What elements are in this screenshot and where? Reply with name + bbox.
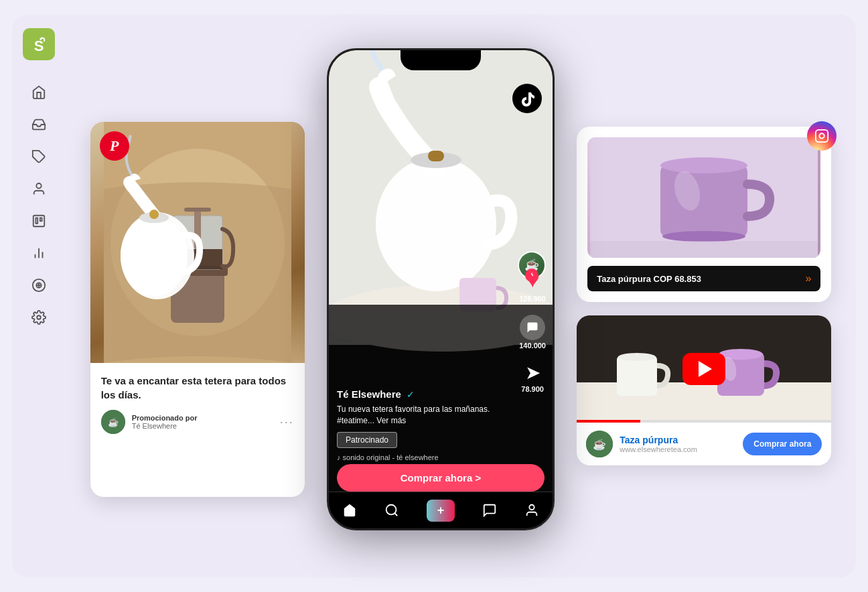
svg-text:☕: ☕ — [108, 417, 119, 428]
sidebar-item-content[interactable] — [25, 208, 52, 234]
youtube-ad-row: ☕ Taza púrpura www.elsewheretea.com Comp… — [577, 423, 831, 465]
tiktok-nav-add[interactable]: + — [427, 500, 455, 522]
svg-rect-5 — [35, 218, 38, 223]
pinterest-card: P Te va a encantar esta tetera para todo… — [90, 122, 305, 497]
pinterest-brand-name: Té Elsewhere — [132, 422, 273, 430]
pinterest-logo: P — [100, 131, 129, 161]
youtube-brand-avatar: ☕ — [586, 431, 613, 457]
youtube-product-title: Taza púrpura — [620, 435, 736, 445]
tiktok-nav-home[interactable] — [342, 503, 357, 518]
svg-rect-34 — [428, 151, 444, 161]
svg-text:S: S — [34, 38, 44, 54]
youtube-website: www.elsewheretea.com — [620, 445, 736, 453]
right-panel: Taza púrpura COP 68.853 » — [577, 127, 831, 465]
svg-rect-40 — [816, 130, 828, 142]
tiktok-bottom-info: Té Elsewhere ✓ Tu nueva tetera favorita … — [337, 388, 506, 461]
youtube-progress-bar-container — [577, 420, 831, 423]
svg-rect-47 — [590, 241, 818, 258]
youtube-ad-info: Taza púrpura www.elsewheretea.com — [620, 435, 736, 453]
youtube-video-area — [577, 315, 831, 423]
sidebar-item-settings[interactable] — [25, 304, 52, 331]
svg-rect-50 — [617, 356, 657, 396]
main-container: S — [12, 15, 856, 577]
svg-rect-4 — [33, 216, 45, 227]
play-triangle — [699, 361, 712, 377]
sidebar-item-marketing[interactable] — [25, 272, 52, 299]
svg-rect-43 — [660, 164, 747, 238]
svg-point-24 — [121, 216, 188, 296]
youtube-play-button[interactable] — [682, 353, 725, 385]
svg-point-45 — [662, 231, 745, 242]
tiktok-comment-count: 140.000 — [519, 342, 546, 350]
tiktok-nav-profile[interactable] — [524, 503, 539, 518]
svg-point-39 — [529, 505, 534, 510]
instagram-product-image — [587, 137, 820, 258]
sidebar-item-analytics[interactable] — [25, 240, 52, 267]
svg-line-38 — [394, 513, 397, 516]
instagram-product-name: Taza púrpura COP 68.853 — [597, 274, 701, 284]
svg-point-53 — [719, 349, 763, 360]
pinterest-brand-info: Promocionado por Té Elsewhere — [132, 414, 273, 430]
tiktok-share-count: 78.900 — [521, 385, 544, 393]
instagram-logo — [807, 121, 837, 151]
pinterest-footer: ☕ Promocionado por Té Elsewhere ··· — [101, 410, 294, 434]
tiktok-sidebar-actions: ♥ 126.900 140.000 ➤ — [519, 265, 546, 393]
sidebar: S — [12, 15, 66, 577]
instagram-card: Taza púrpura COP 68.853 » — [577, 127, 831, 302]
youtube-card: ☕ Taza púrpura www.elsewheretea.com Comp… — [577, 315, 831, 465]
tiktok-screen: ☕ + ♥ 126.900 — [329, 50, 553, 528]
tiktok-verified-badge: ✓ — [407, 389, 415, 400]
svg-point-26 — [149, 210, 159, 219]
svg-point-32 — [376, 157, 496, 291]
content-area: P Te va a encantar esta tetera para todo… — [66, 15, 856, 577]
pinterest-promoted-label: Promocionado por — [132, 414, 273, 422]
tiktok-user-row: Té Elsewhere ✓ — [337, 388, 506, 400]
svg-rect-22 — [184, 208, 211, 212]
svg-point-14 — [37, 315, 41, 319]
svg-point-51 — [618, 353, 656, 361]
svg-text:☕: ☕ — [593, 438, 606, 451]
instagram-product-info: Taza púrpura COP 68.853 » — [587, 266, 820, 291]
tiktok-comment-action[interactable]: 140.000 — [519, 315, 546, 350]
shopify-logo: S — [23, 28, 55, 60]
tiktok-like-action[interactable]: ♥ 126.900 — [519, 265, 546, 303]
tiktok-sound-text: ♪ sonido original - té elsewhere — [337, 453, 506, 461]
tiktok-sponsored-badge: Patrocinado — [337, 432, 397, 448]
sidebar-item-customers[interactable] — [25, 175, 52, 202]
svg-point-44 — [660, 157, 747, 173]
tiktok-phone: ☕ + ♥ 126.900 — [327, 48, 555, 530]
tiktok-logo — [512, 84, 542, 113]
pinterest-content: Te va a encantar esta tetera para todos … — [90, 363, 305, 445]
tiktok-buy-button[interactable]: Comprar ahora > — [337, 464, 545, 492]
tiktok-nav-inbox[interactable] — [482, 503, 497, 518]
sidebar-item-tags[interactable] — [25, 143, 52, 170]
pinterest-more-options[interactable]: ··· — [280, 415, 294, 429]
youtube-cta-button[interactable]: Comprar ahora — [743, 433, 822, 455]
pinterest-ad-title: Te va a encantar esta tetera para todos … — [101, 374, 294, 402]
sidebar-item-inbox[interactable] — [25, 111, 52, 138]
svg-rect-49 — [577, 382, 831, 423]
tiktok-share-action[interactable]: ➤ 78.900 — [521, 362, 544, 393]
phone-notch — [401, 50, 481, 70]
svg-rect-6 — [40, 218, 42, 221]
pinterest-image: P — [90, 122, 305, 363]
tiktok-bottom-nav: + — [329, 492, 553, 528]
svg-point-3 — [36, 183, 41, 188]
svg-point-37 — [386, 505, 396, 515]
pinterest-brand-avatar: ☕ — [101, 410, 125, 434]
tiktok-description: Tu nueva tetera favorita para las mañana… — [337, 404, 506, 427]
instagram-shop-arrows[interactable]: » — [805, 273, 811, 285]
youtube-progress-fill — [577, 420, 640, 423]
tiktok-nav-search[interactable] — [384, 503, 399, 518]
tiktok-like-count: 126.900 — [519, 295, 546, 303]
tiktok-username: Té Elsewhere — [337, 388, 401, 400]
sidebar-item-home[interactable] — [25, 79, 52, 106]
